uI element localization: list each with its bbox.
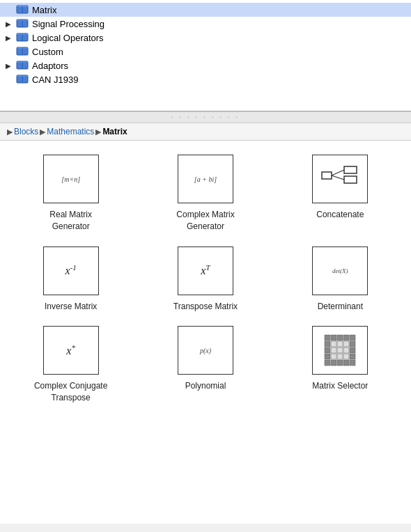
icon-label-determinant: det(X) xyxy=(332,267,348,274)
block-label-complex-matrix: Complex MatrixGenerator xyxy=(176,209,234,233)
tree-label-signal: Signal Processing xyxy=(32,19,104,29)
svg-rect-34 xyxy=(350,341,355,347)
tree-label-adaptors: Adaptors xyxy=(32,61,68,71)
svg-line-23 xyxy=(332,175,344,180)
tree-item-logical-operators[interactable]: ▶ Logical Operators xyxy=(0,31,411,45)
block-icon-complex-conjugate: x* xyxy=(43,326,99,375)
svg-rect-21 xyxy=(344,176,357,183)
book-icon-can xyxy=(15,74,29,85)
block-label-determinant: Determinant xyxy=(318,301,363,313)
block-icon-matrix-selector xyxy=(312,326,368,375)
icon-label-polynomial: p(x) xyxy=(200,347,211,354)
svg-rect-31 xyxy=(331,341,336,347)
breadcrumb-arrow: ▶ xyxy=(7,127,13,136)
tree-item-matrix[interactable]: Matrix xyxy=(0,3,411,17)
svg-rect-15 xyxy=(17,61,28,63)
block-icon-inverse-matrix: x-1 xyxy=(43,247,99,295)
block-complex-matrix-generator[interactable]: [a + bi] Complex MatrixGenerator xyxy=(164,155,247,233)
svg-rect-20 xyxy=(344,166,357,173)
main-content: [m×n] Real MatrixGenerator [a + bi] Comp… xyxy=(0,141,411,524)
icon-label-inverse-matrix: x-1 xyxy=(65,263,77,277)
tree-item-signal-processing[interactable]: ▶ Signal Processing xyxy=(0,17,411,31)
block-polynomial[interactable]: p(x) Polynomial xyxy=(164,326,247,404)
svg-rect-39 xyxy=(350,347,355,353)
tree-item-adaptors[interactable]: ▶ Adaptors xyxy=(0,58,411,72)
matrix-selector-svg xyxy=(323,334,357,367)
svg-rect-6 xyxy=(17,19,28,21)
block-label-inverse-matrix: Inverse Matrix xyxy=(45,301,97,313)
block-inverse-matrix[interactable]: x-1 Inverse Matrix xyxy=(29,247,113,313)
svg-rect-35 xyxy=(325,347,330,353)
svg-rect-28 xyxy=(343,335,349,341)
svg-rect-19 xyxy=(322,172,332,179)
svg-rect-18 xyxy=(17,75,28,77)
svg-rect-27 xyxy=(337,335,343,341)
block-matrix-selector[interactable]: Matrix Selector xyxy=(298,326,382,404)
block-real-matrix-generator[interactable]: [m×n] Real MatrixGenerator xyxy=(29,155,113,233)
library-tree-panel: Matrix ▶ Signal Processing ▶ Logical Ope… xyxy=(0,0,411,111)
breadcrumb: ▶ Blocks ▶ Mathematics ▶ Matrix xyxy=(0,123,411,141)
block-label-transpose-matrix: Transpose Matrix xyxy=(173,301,238,313)
svg-rect-45 xyxy=(325,360,330,366)
svg-rect-40 xyxy=(325,354,330,359)
block-label-matrix-selector: Matrix Selector xyxy=(312,380,368,392)
svg-rect-32 xyxy=(337,341,343,347)
blocks-grid: [m×n] Real MatrixGenerator [a + bi] Comp… xyxy=(7,155,404,404)
icon-label-real-matrix: [m×n] xyxy=(61,175,80,183)
svg-rect-47 xyxy=(337,360,343,366)
svg-line-22 xyxy=(332,170,344,175)
expander-adaptors: ▶ xyxy=(6,62,14,70)
tree-label-logical: Logical Operators xyxy=(32,33,104,43)
block-label-concatenate: Concatenate xyxy=(316,209,364,221)
svg-rect-3 xyxy=(17,6,28,7)
tree-label-can: CAN J1939 xyxy=(32,75,78,85)
svg-rect-41 xyxy=(331,354,336,359)
concatenate-svg xyxy=(319,161,361,197)
svg-rect-26 xyxy=(331,335,336,341)
expander-logical: ▶ xyxy=(6,34,14,42)
svg-rect-9 xyxy=(17,33,28,35)
block-icon-determinant: det(X) xyxy=(312,247,368,295)
block-determinant[interactable]: det(X) Determinant xyxy=(298,247,382,313)
svg-rect-42 xyxy=(337,354,343,359)
svg-rect-25 xyxy=(325,335,330,341)
svg-rect-44 xyxy=(350,354,355,359)
breadcrumb-mathematics[interactable]: Mathematics xyxy=(47,127,94,136)
svg-rect-12 xyxy=(17,47,28,49)
block-label-polynomial: Polynomial xyxy=(185,380,226,392)
block-transpose-matrix[interactable]: xT Transpose Matrix xyxy=(164,247,247,313)
tree-label-matrix: Matrix xyxy=(32,5,56,15)
breadcrumb-matrix: Matrix xyxy=(102,127,127,136)
book-icon-custom xyxy=(15,46,29,57)
svg-rect-37 xyxy=(337,347,343,353)
icon-label-complex-matrix: [a + bi] xyxy=(194,175,217,183)
block-icon-concatenate xyxy=(312,155,368,203)
breadcrumb-sep-1: ▶ xyxy=(40,127,45,136)
tree-item-can[interactable]: CAN J1939 xyxy=(0,72,411,86)
icon-label-complex-conjugate: x* xyxy=(66,343,75,357)
book-icon-matrix xyxy=(15,4,29,15)
block-complex-conjugate[interactable]: x* Complex ConjugateTranspose xyxy=(29,326,113,404)
svg-rect-29 xyxy=(350,335,355,341)
tree-label-custom: Custom xyxy=(32,47,63,57)
svg-rect-30 xyxy=(325,341,330,347)
block-icon-complex-matrix: [a + bi] xyxy=(178,155,233,203)
icon-label-transpose-matrix: xT xyxy=(201,263,210,277)
svg-rect-36 xyxy=(331,347,336,353)
book-icon-signal xyxy=(15,18,29,29)
expander-signal: ▶ xyxy=(6,20,14,28)
svg-rect-33 xyxy=(343,341,349,347)
book-icon-adaptors xyxy=(15,60,29,71)
block-concatenate[interactable]: Concatenate xyxy=(298,155,382,233)
block-icon-polynomial: p(x) xyxy=(178,326,233,375)
breadcrumb-blocks[interactable]: Blocks xyxy=(14,127,38,136)
block-label-real-matrix: Real MatrixGenerator xyxy=(49,209,92,233)
tree-item-custom[interactable]: Custom xyxy=(0,45,411,58)
svg-rect-46 xyxy=(331,360,336,366)
block-icon-real-matrix: [m×n] xyxy=(43,155,99,203)
breadcrumb-sep-2: ▶ xyxy=(95,127,101,136)
block-label-complex-conjugate: Complex ConjugateTranspose xyxy=(34,380,107,404)
svg-rect-48 xyxy=(343,360,349,366)
panel-divider: · · · · · · · · · xyxy=(0,111,411,123)
book-icon-logical xyxy=(15,32,29,43)
